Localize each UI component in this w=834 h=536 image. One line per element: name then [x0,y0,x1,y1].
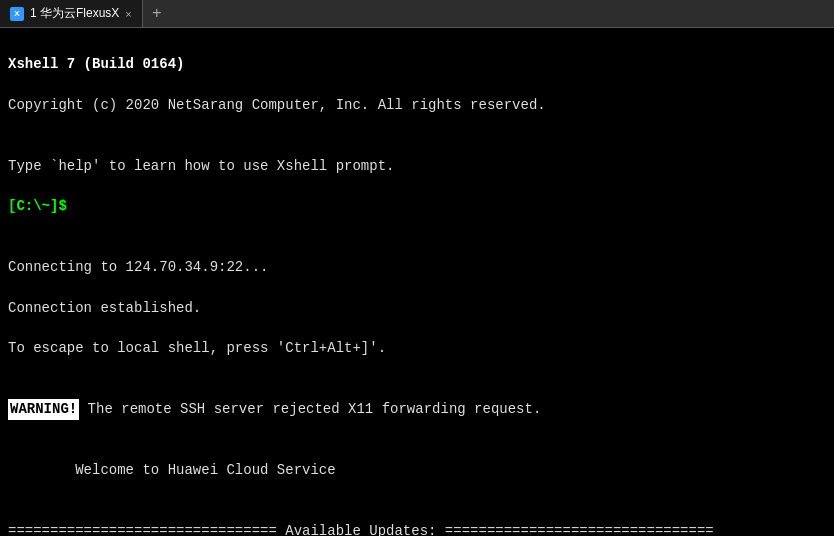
terminal-line-5: [C:\~]$ [8,196,826,216]
terminal-line-8: Connection established. [8,298,826,318]
terminal-line-1: Xshell 7 (Build 0164) [8,54,826,74]
tab-close-button[interactable]: × [125,8,131,20]
terminal-line-2: Copyright (c) 2020 NetSarang Computer, I… [8,95,826,115]
warning-badge: WARNING! [8,399,79,419]
terminal-line-7: Connecting to 124.70.34.9:22... [8,257,826,277]
terminal-line-11: WARNING! The remote SSH server rejected … [8,399,826,419]
terminal-line-9: To escape to local shell, press 'Ctrl+Al… [8,338,826,358]
terminal-line-4: Type `help' to learn how to use Xshell p… [8,156,826,176]
terminal-output: Xshell 7 (Build 0164) Copyright (c) 2020… [0,28,834,536]
new-tab-button[interactable]: + [143,0,171,27]
terminal-line-13: Welcome to Huawei Cloud Service [8,460,826,480]
tab-1[interactable]: X 1 华为云FlexusX × [0,0,143,27]
terminal-line-15: ================================ Availab… [8,521,826,536]
tab-favicon: X [10,7,24,21]
tab-label: 1 华为云FlexusX [30,5,119,22]
tab-bar: X 1 华为云FlexusX × + [0,0,834,28]
